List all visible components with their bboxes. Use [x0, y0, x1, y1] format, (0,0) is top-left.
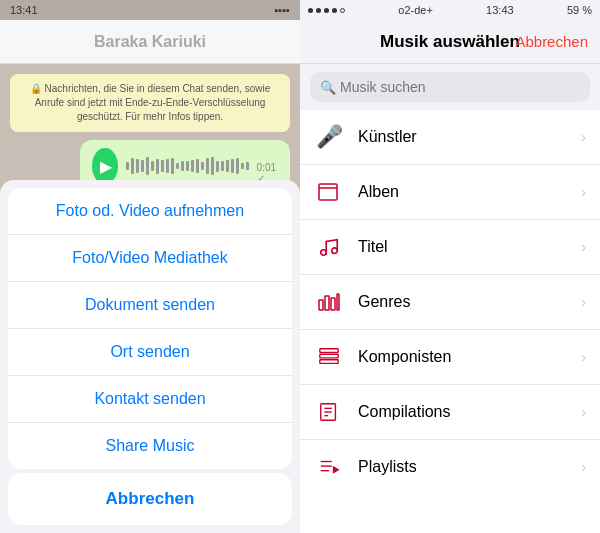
- list-item-artists[interactable]: 🎤 Künstler ›: [300, 110, 600, 165]
- svg-rect-4: [319, 300, 323, 310]
- music-category-list: 🎤 Künstler › Alben › Titel: [300, 110, 600, 533]
- waveform-bar: [181, 161, 184, 171]
- playlists-icon: [314, 452, 344, 482]
- list-item-playlists[interactable]: Playlists ›: [300, 440, 600, 494]
- waveform-bar: [171, 158, 174, 174]
- svg-point-3: [332, 248, 338, 254]
- chat-header: Baraka Kariuki: [0, 20, 300, 64]
- titles-label: Titel: [358, 238, 567, 256]
- compilations-icon: [314, 397, 344, 427]
- encryption-text: Nachrichten, die Sie in diesem Chat send…: [35, 83, 271, 122]
- svg-rect-5: [325, 296, 329, 310]
- genres-label: Genres: [358, 293, 567, 311]
- play-icon: ▶: [100, 157, 112, 176]
- artists-icon: 🎤: [314, 122, 344, 152]
- encryption-notice: 🔒 Nachrichten, die Sie in diesem Chat se…: [10, 74, 290, 132]
- svg-marker-18: [334, 467, 339, 473]
- audio-waveform: [126, 156, 249, 176]
- titles-icon: [314, 232, 344, 262]
- status-bar-left: 13:41 ▪▪▪▪: [0, 0, 300, 20]
- action-send-document[interactable]: Dokument senden: [8, 282, 292, 329]
- list-item-compilations[interactable]: Compilations ›: [300, 385, 600, 440]
- list-item-titles[interactable]: Titel ›: [300, 220, 600, 275]
- waveform-bar: [136, 159, 139, 173]
- svg-point-2: [321, 250, 327, 256]
- chevron-right-icon: ›: [581, 459, 586, 475]
- waveform-bar: [226, 160, 229, 172]
- waveform-bar: [201, 162, 204, 170]
- chat-contact-name: Baraka Kariuki: [94, 33, 206, 51]
- waveform-bar: [126, 162, 129, 170]
- waveform-bar: [131, 158, 134, 174]
- chevron-right-icon: ›: [581, 239, 586, 255]
- waveform-bar: [186, 161, 189, 171]
- list-item-genres[interactable]: Genres ›: [300, 275, 600, 330]
- left-panel: 13:41 ▪▪▪▪ Baraka Kariuki 🔒 Nachrichten,…: [0, 0, 300, 533]
- signal-dots: [308, 8, 345, 13]
- action-send-contact[interactable]: Kontakt senden: [8, 376, 292, 423]
- action-share-music[interactable]: Share Music: [8, 423, 292, 469]
- signal-dot-3: [324, 8, 329, 13]
- waveform-bar: [161, 160, 164, 172]
- svg-rect-10: [320, 360, 338, 364]
- waveform-bar: [236, 158, 239, 174]
- music-search-wrapper: 🔍: [310, 72, 590, 102]
- music-search-container: 🔍: [300, 64, 600, 110]
- left-time: 13:41: [10, 4, 38, 16]
- action-sheet-overlay: Foto od. Video aufnehmen Foto/Video Medi…: [0, 180, 300, 533]
- signal-dot-1: [308, 8, 313, 13]
- svg-rect-8: [320, 349, 338, 353]
- waveform-bar: [141, 160, 144, 172]
- composers-label: Komponisten: [358, 348, 567, 366]
- signal-dot-2: [316, 8, 321, 13]
- lock-icon: 🔒: [30, 83, 42, 94]
- list-item-composers[interactable]: Komponisten ›: [300, 330, 600, 385]
- waveform-bar: [231, 159, 234, 173]
- right-panel: o2-de+ 13:43 59 % Musik auswählen Abbrec…: [300, 0, 600, 533]
- chevron-right-icon: ›: [581, 349, 586, 365]
- signal-dot-5: [340, 8, 345, 13]
- right-carrier: o2-de+: [398, 4, 433, 16]
- chevron-right-icon: ›: [581, 294, 586, 310]
- left-signal: ▪▪▪▪: [274, 4, 290, 16]
- chevron-right-icon: ›: [581, 129, 586, 145]
- action-sheet-cancel-button[interactable]: Abbrechen: [8, 473, 292, 525]
- composers-icon: [314, 342, 344, 372]
- genres-icon: [314, 287, 344, 317]
- svg-rect-9: [320, 354, 338, 358]
- albums-icon: [314, 177, 344, 207]
- artists-label: Künstler: [358, 128, 567, 146]
- right-battery: 59 %: [567, 4, 592, 16]
- waveform-bar: [151, 161, 154, 171]
- compilations-label: Compilations: [358, 403, 567, 421]
- music-header-title: Musik auswählen: [380, 32, 520, 52]
- music-search-input[interactable]: [310, 72, 590, 102]
- albums-label: Alben: [358, 183, 567, 201]
- waveform-bar: [191, 160, 194, 172]
- waveform-bar: [211, 157, 214, 175]
- svg-rect-6: [331, 298, 335, 310]
- action-photo-library[interactable]: Foto/Video Mediathek: [8, 235, 292, 282]
- waveform-bar: [166, 159, 169, 173]
- waveform-bar: [156, 159, 159, 174]
- svg-rect-0: [319, 184, 337, 200]
- search-icon: 🔍: [320, 80, 336, 95]
- signal-dot-4: [332, 8, 337, 13]
- waveform-bar: [176, 163, 179, 169]
- svg-rect-7: [337, 294, 339, 310]
- waveform-bar: [196, 159, 199, 173]
- playlists-label: Playlists: [358, 458, 567, 476]
- waveform-bar: [246, 162, 249, 170]
- audio-play-button[interactable]: ▶: [92, 148, 118, 184]
- list-item-albums[interactable]: Alben ›: [300, 165, 600, 220]
- music-cancel-button[interactable]: Abbrechen: [515, 33, 588, 50]
- chevron-right-icon: ›: [581, 184, 586, 200]
- waveform-bar: [221, 161, 224, 171]
- action-take-photo[interactable]: Foto od. Video aufnehmen: [8, 188, 292, 235]
- action-sheet-items: Foto od. Video aufnehmen Foto/Video Medi…: [8, 188, 292, 469]
- waveform-bar: [206, 158, 209, 174]
- status-bar-right: o2-de+ 13:43 59 %: [300, 0, 600, 20]
- waveform-bar: [241, 163, 244, 169]
- action-send-location[interactable]: Ort senden: [8, 329, 292, 376]
- chevron-right-icon: ›: [581, 404, 586, 420]
